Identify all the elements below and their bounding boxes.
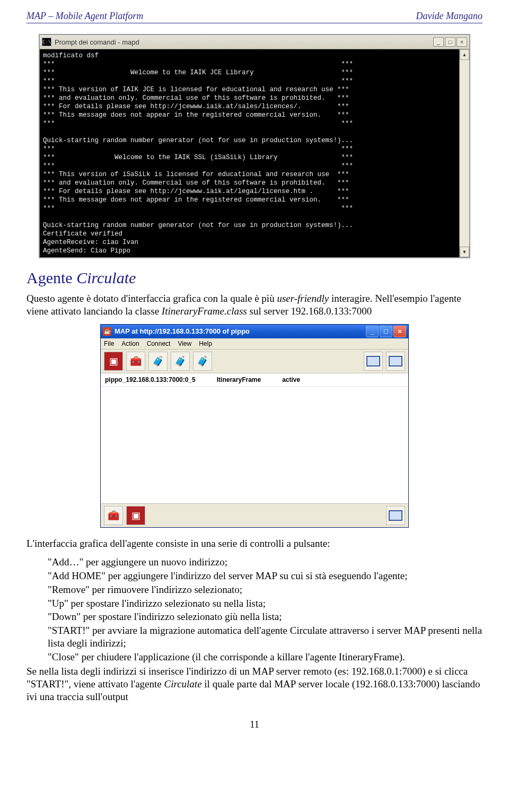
bullet-add-home: "Add HOME" per aggiungere l'indirizzo de… [48, 570, 482, 582]
monitor-icon-2[interactable] [386, 352, 405, 371]
cmd-icon: C:\ [42, 38, 51, 46]
menu-action[interactable]: Action [121, 340, 139, 347]
title-word-1: Agente [27, 269, 76, 286]
map-app-window: ☕ MAP at http://192.168.0.133:7000 of pi… [100, 324, 409, 528]
bullet-add: "Add…" per aggiungere un nuovo indirizzo… [48, 556, 482, 569]
console-scrollbar[interactable]: ▲ ▼ [459, 49, 469, 257]
p1-t1: Questo agente è dotato d'interfaccia gra… [27, 293, 277, 304]
title-word-2: Circulate [76, 269, 136, 286]
console-output: modificato dsf *** *** *** Welcome to th… [40, 49, 459, 257]
header-right: Davide Mangano [416, 11, 482, 22]
agent-id: pippo_192.168.0.133:7000:0_5 [105, 376, 196, 383]
bullet-list: "Add…" per aggiungere un nuovo indirizzo… [48, 556, 482, 663]
bullet-up: "Up" per spostare l'indirizzo selezionat… [48, 597, 482, 610]
map-titlebar: ☕ MAP at http://192.168.0.133:7000 of pi… [101, 325, 408, 338]
list-empty-area [101, 386, 408, 503]
status-icon-1[interactable]: 🧰 [104, 506, 123, 525]
agent-status: active [282, 376, 300, 383]
menu-view[interactable]: View [178, 340, 191, 347]
toolbar: ▣ 🧰 🧳 🧳 🧳 [101, 350, 408, 373]
paragraph-3: Se nella lista degli indirizzi si inseri… [27, 665, 482, 703]
scroll-down-icon[interactable]: ▼ [460, 247, 469, 257]
header-left: MAP – Mobile Agent Platform [27, 11, 143, 22]
close-button[interactable]: × [393, 326, 406, 337]
map-title: MAP at http://192.168.0.133:7000 of pipp… [115, 327, 366, 335]
page-number: 11 [27, 719, 482, 730]
bullet-close: "Close" per chiudere l'applicazione (il … [48, 651, 482, 663]
console-titlebar: C:\ Prompt dei comandi - mapd _ □ × [40, 35, 469, 49]
scroll-track[interactable] [460, 60, 469, 247]
section-title: Agente Circulate [27, 269, 482, 287]
toolbar-icon-4[interactable]: 🧳 [171, 352, 190, 371]
p3-it1: Circulate [164, 678, 202, 689]
paragraph-2: L'interfaccia grafica dell'agente consis… [27, 537, 482, 550]
paragraph-1: Questo agente è dotato d'interfaccia gra… [27, 292, 482, 318]
agent-class: ItineraryFrame [217, 376, 261, 383]
maximize-button[interactable]: □ [445, 37, 455, 47]
toolbar-icon-1[interactable]: ▣ [104, 352, 123, 371]
p1-it2: ItineraryFrame.class [162, 305, 247, 317]
toolbar-icon-3[interactable]: 🧳 [148, 352, 168, 371]
status-icon-2[interactable]: ▣ [126, 506, 145, 525]
p1-t3: sul server 192.168.0.133:7000 [247, 305, 372, 317]
p1-it1: user-friendly [277, 293, 329, 304]
page-header: MAP – Mobile Agent Platform Davide Manga… [27, 11, 482, 23]
scroll-up-icon[interactable]: ▲ [460, 49, 469, 60]
console-window: C:\ Prompt dei comandi - mapd _ □ × modi… [39, 34, 470, 258]
close-button[interactable]: × [457, 37, 467, 47]
toolbar-icon-2[interactable]: 🧰 [126, 352, 145, 371]
agent-row[interactable]: pippo_192.168.0.133:7000:0_5 ItineraryFr… [101, 373, 408, 386]
monitor-icon-1[interactable] [364, 352, 383, 371]
agent-list: pippo_192.168.0.133:7000:0_5 ItineraryFr… [101, 373, 408, 503]
menubar: File Action Connect View Help [101, 338, 408, 350]
menu-file[interactable]: File [104, 340, 114, 347]
status-monitor-icon[interactable] [386, 506, 405, 525]
bullet-down: "Down" per spostare l'indirizzo selezion… [48, 610, 482, 623]
toolbar-icon-5[interactable]: 🧳 [193, 352, 212, 371]
statusbar: 🧰 ▣ [101, 503, 408, 527]
menu-help[interactable]: Help [199, 340, 212, 347]
minimize-button[interactable]: _ [433, 37, 444, 47]
minimize-button[interactable]: _ [366, 326, 379, 337]
bullet-remove: "Remove" per rimuovere l'indirizzo selez… [48, 583, 482, 596]
bullet-start: "START!" per avviare la migrazione autom… [48, 624, 482, 650]
maximize-button[interactable]: □ [380, 326, 392, 337]
java-icon: ☕ [103, 327, 111, 336]
menu-connect[interactable]: Connect [147, 340, 171, 347]
console-title: Prompt dei comandi - mapd [55, 38, 433, 46]
